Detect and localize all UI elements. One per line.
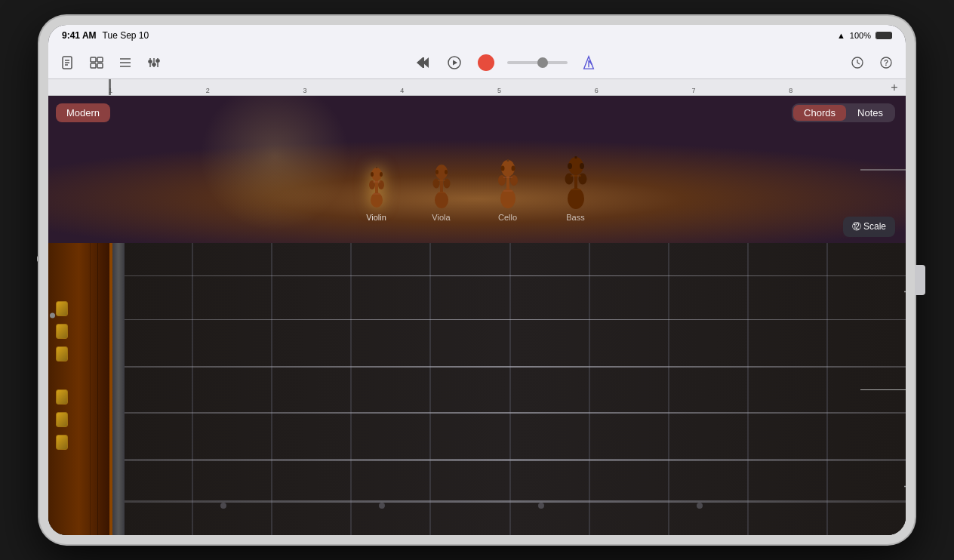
viola-label: Viola bbox=[432, 213, 450, 222]
svg-point-32 bbox=[371, 192, 383, 208]
svg-marker-21 bbox=[453, 60, 457, 65]
svg-rect-16 bbox=[156, 60, 159, 62]
mixer-button[interactable] bbox=[143, 52, 165, 73]
svg-point-63 bbox=[565, 174, 573, 185]
new-song-button[interactable] bbox=[57, 52, 78, 73]
instrument-violin[interactable]: Violin bbox=[365, 167, 388, 222]
tuning-peg-5[interactable] bbox=[56, 412, 68, 427]
timeline-ruler[interactable]: 1 2 3 4 5 6 7 8 bbox=[109, 79, 886, 96]
tuning-peg-4[interactable] bbox=[56, 389, 68, 405]
svg-point-59 bbox=[511, 166, 515, 171]
notes-button[interactable]: Notes bbox=[847, 105, 894, 121]
wifi-icon: ▲ bbox=[837, 31, 845, 40]
violin-icon bbox=[365, 167, 388, 211]
fret-line-3 bbox=[350, 243, 352, 535]
svg-point-48 bbox=[435, 170, 439, 174]
fret-line-8 bbox=[747, 243, 749, 535]
cello-icon bbox=[495, 159, 521, 211]
string-3 bbox=[112, 366, 906, 368]
svg-rect-14 bbox=[149, 60, 152, 63]
svg-point-54 bbox=[510, 175, 518, 186]
scale-button[interactable]: ⑫ Scale bbox=[843, 217, 895, 237]
tempo-settings-button[interactable] bbox=[847, 52, 868, 73]
record-button[interactable] bbox=[475, 52, 497, 73]
tracks-view-button[interactable] bbox=[86, 52, 107, 73]
tuning-pegs bbox=[56, 301, 68, 362]
record-indicator bbox=[478, 54, 494, 71]
add-section-button[interactable]: + bbox=[886, 79, 903, 95]
main-content: Modern Chords Notes bbox=[48, 96, 906, 535]
status-date: Tue Sep 10 bbox=[103, 30, 149, 41]
fret-line-2 bbox=[271, 243, 272, 535]
tick-6: 6 bbox=[595, 87, 599, 94]
svg-rect-4 bbox=[91, 57, 96, 62]
instruments-row: Violin bbox=[48, 156, 906, 222]
fret-dot-7 bbox=[538, 503, 544, 509]
instrument-cello[interactable]: Cello bbox=[495, 159, 521, 222]
cello-label: Cello bbox=[498, 213, 517, 222]
fretboard-area bbox=[48, 243, 906, 535]
svg-point-42 bbox=[435, 192, 448, 208]
chords-button[interactable]: Chords bbox=[793, 105, 846, 121]
fretboard[interactable] bbox=[112, 243, 906, 535]
tuning-peg-2[interactable] bbox=[56, 324, 68, 339]
song-settings-button[interactable] bbox=[115, 52, 136, 73]
volume-slider[interactable] bbox=[507, 61, 568, 64]
home-button[interactable] bbox=[915, 265, 925, 295]
svg-marker-17 bbox=[417, 57, 423, 68]
wood-grain-2 bbox=[90, 243, 91, 535]
battery-bar bbox=[876, 32, 892, 39]
svg-point-53 bbox=[498, 175, 506, 186]
tuning-peg-1[interactable] bbox=[56, 301, 68, 316]
svg-text:?: ? bbox=[884, 59, 888, 67]
svg-rect-5 bbox=[97, 57, 103, 62]
guitar-body bbox=[48, 243, 112, 535]
fret-line-6 bbox=[589, 243, 590, 535]
volume-thumb[interactable] bbox=[537, 57, 548, 68]
string-4 bbox=[112, 412, 906, 414]
string-2 bbox=[112, 319, 906, 321]
wood-grain-1 bbox=[97, 243, 98, 535]
svg-rect-6 bbox=[91, 63, 96, 68]
string-6 bbox=[112, 500, 906, 503]
tick-7: 7 bbox=[692, 87, 696, 94]
battery-icon: 100% bbox=[850, 31, 871, 40]
fret-dot-9 bbox=[697, 503, 703, 509]
fret-line-9 bbox=[826, 243, 828, 535]
metronome-button[interactable] bbox=[578, 52, 599, 73]
string-1 bbox=[112, 275, 906, 277]
preset-label[interactable]: Modern bbox=[56, 103, 110, 122]
right-annotation-area bbox=[904, 243, 906, 535]
svg-point-58 bbox=[500, 166, 504, 171]
fret-dot-3 bbox=[220, 503, 226, 509]
annotation-connector-right bbox=[860, 389, 906, 390]
tick-1: 1 bbox=[109, 87, 112, 94]
svg-point-62 bbox=[568, 188, 584, 209]
bass-icon bbox=[562, 156, 589, 211]
tick-4: 4 bbox=[400, 87, 404, 94]
chord-notes-toggle: Chords Notes bbox=[792, 103, 895, 122]
fret-line-4 bbox=[429, 243, 431, 535]
left-side-indicator bbox=[50, 313, 55, 318]
svg-rect-7 bbox=[97, 63, 103, 68]
tuning-peg-6[interactable] bbox=[56, 435, 68, 450]
instrument-bass[interactable]: Bass bbox=[562, 156, 589, 222]
svg-point-43 bbox=[432, 179, 439, 189]
status-icons: ▲ 100% bbox=[837, 31, 892, 40]
fret-dot-5 bbox=[379, 503, 385, 509]
volume-slider-area bbox=[507, 61, 568, 64]
help-button[interactable]: ? bbox=[876, 52, 897, 73]
toolbar-left bbox=[57, 52, 165, 73]
svg-point-69 bbox=[580, 163, 584, 169]
status-time: 9:41 AM bbox=[62, 30, 97, 41]
fret-line-7 bbox=[668, 243, 669, 535]
play-button[interactable] bbox=[444, 52, 465, 73]
tick-8: 8 bbox=[789, 87, 792, 94]
instrument-viola[interactable]: Viola bbox=[429, 164, 454, 222]
timeline: 1 2 3 4 5 6 7 8 + bbox=[48, 79, 906, 96]
svg-point-38 bbox=[371, 172, 374, 177]
rewind-button[interactable] bbox=[412, 52, 433, 73]
tick-2: 2 bbox=[206, 87, 210, 94]
svg-point-52 bbox=[500, 189, 515, 208]
tuning-peg-3[interactable] bbox=[56, 346, 68, 362]
